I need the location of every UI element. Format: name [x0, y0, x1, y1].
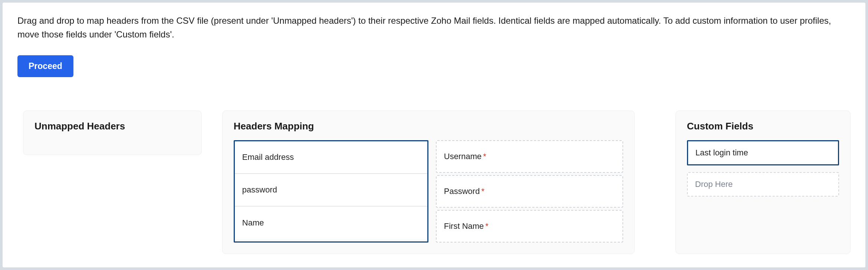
custom-drop-zone[interactable]: Drop Here	[687, 172, 839, 197]
unmapped-headers-title: Unmapped Headers	[34, 121, 190, 132]
proceed-button[interactable]: Proceed	[17, 55, 73, 77]
required-asterisk: *	[483, 152, 486, 161]
target-label: Password	[444, 187, 480, 196]
required-asterisk: *	[481, 187, 484, 196]
required-asterisk: *	[485, 221, 489, 231]
target-label: Username	[444, 152, 481, 161]
mapped-source-item[interactable]: Name	[235, 207, 427, 239]
custom-field-item[interactable]: Last login time	[688, 141, 838, 164]
mapped-source-group: Email address password Name	[234, 140, 428, 243]
mapped-source-item[interactable]: password	[235, 174, 427, 207]
custom-fields-title: Custom Fields	[687, 121, 839, 132]
unmapped-headers-panel: Unmapped Headers	[23, 111, 202, 155]
mapping-target-field[interactable]: Password*	[436, 175, 623, 208]
headers-mapping-title: Headers Mapping	[234, 121, 623, 132]
target-label: First Name	[444, 221, 484, 231]
headers-mapping-panel: Headers Mapping Email address password N…	[222, 111, 635, 254]
custom-field-group: Last login time	[687, 140, 839, 165]
mapping-target-field[interactable]: Username*	[436, 140, 623, 173]
mapped-source-item[interactable]: Email address	[235, 141, 427, 174]
mapping-target-field[interactable]: First Name*	[436, 210, 623, 243]
custom-fields-panel: Custom Fields Last login time Drop Here	[675, 111, 851, 254]
instructions-text: Drag and drop to map headers from the CS…	[17, 14, 851, 41]
